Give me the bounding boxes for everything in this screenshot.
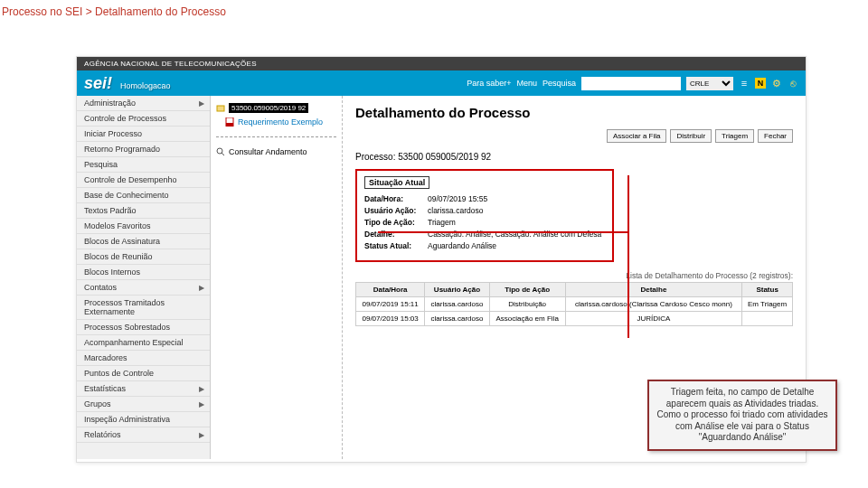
triagem-button[interactable]: Triagem xyxy=(715,129,754,143)
sidebar-label: Controle de Processos xyxy=(84,114,166,123)
sidebar-label: Iniciar Processo xyxy=(84,129,142,138)
menu-link[interactable]: Menu xyxy=(516,79,537,88)
sidebar-item-14[interactable]: Processos Sobrestados xyxy=(77,320,210,335)
processo-label: Processo: 53500 059005/2019 92 xyxy=(355,152,793,162)
sidebar-item-2[interactable]: Iniciar Processo xyxy=(77,127,210,142)
sidebar-item-4[interactable]: Pesquisa xyxy=(77,157,210,173)
proc-number-badge: 53500.059005/2019 92 xyxy=(229,103,308,113)
chevron-right-icon: ▶ xyxy=(199,284,204,292)
v-usuario: clarissa.cardoso xyxy=(428,206,605,215)
sidebar-item-7[interactable]: Textos Padrão xyxy=(77,203,210,219)
list-icon[interactable]: ≡ xyxy=(739,78,750,89)
tree-doc[interactable]: Requerimento Exemplo xyxy=(216,117,336,127)
tool-icon[interactable]: ⚙ xyxy=(771,78,782,89)
list-count-label: Lista de Detalhamento do Processo (2 reg… xyxy=(355,271,793,280)
th-usuario: Usuário Ação xyxy=(425,283,489,297)
sidebar-label: Grupos xyxy=(84,399,111,408)
sidebar-item-18[interactable]: Estatísticas▶ xyxy=(77,381,210,397)
sidebar-label: Administração xyxy=(84,99,136,108)
sidebar-label: Blocos Internos xyxy=(84,267,140,277)
sidebar-item-8[interactable]: Modelos Favoritos xyxy=(77,219,210,234)
consult-andamento[interactable]: Consultar Andamento xyxy=(216,147,336,156)
sidebar-item-16[interactable]: Marcadores xyxy=(77,351,210,366)
env-label: Homologacao xyxy=(120,81,171,90)
cell: clarissa.cardoso xyxy=(425,297,489,312)
sidebar-item-12[interactable]: Contatos▶ xyxy=(77,280,210,296)
sidebar-label: Acompanhamento Especial xyxy=(84,338,184,347)
tree-proc[interactable]: 53500.059005/2019 92 xyxy=(216,103,336,113)
svg-line-4 xyxy=(222,153,224,155)
action-bar: Associar a Fila Distribuir Triagem Fecha… xyxy=(355,129,793,143)
tree-divider xyxy=(216,136,336,137)
assoc-fila-button[interactable]: Associar a Fila xyxy=(607,129,666,143)
magnifier-icon xyxy=(216,147,225,156)
annotation-line-v xyxy=(627,175,629,338)
chevron-right-icon: ▶ xyxy=(199,400,204,408)
sidebar-item-9[interactable]: Blocos de Assinatura xyxy=(77,234,210,249)
sidebar-item-1[interactable]: Controle de Processos xyxy=(77,111,210,127)
consult-label: Consultar Andamento xyxy=(229,147,307,156)
sidebar-label: Textos Padrão xyxy=(84,206,137,215)
k-tipo: Tipo de Ação: xyxy=(364,218,428,227)
k-usuario: Usuário Ação: xyxy=(364,206,428,215)
sidebar-label: Blocos de Assinatura xyxy=(84,237,160,246)
pdf-icon xyxy=(225,117,234,127)
sidebar-item-13[interactable]: Processos Tramitados Externamente xyxy=(77,296,210,320)
v-datahora: 09/07/2019 15:55 xyxy=(428,194,605,203)
detalhamento-table: Data/Hora Usuário Ação Tipo de Ação Deta… xyxy=(355,282,793,326)
sidebar-item-20[interactable]: Inspeção Administrativa xyxy=(77,412,210,427)
chevron-right-icon: ▶ xyxy=(199,385,204,393)
svg-rect-0 xyxy=(217,106,224,111)
cell: 09/07/2019 15:03 xyxy=(356,312,425,326)
doc-label: Requerimento Exemplo xyxy=(238,117,323,127)
sidebar-label: Marcadores xyxy=(84,353,127,362)
sidebar: Administração▶Controle de ProcessosInici… xyxy=(77,96,211,459)
sidebar-label: Inspeção Administrativa xyxy=(84,415,170,424)
sidebar-item-3[interactable]: Retorno Programado xyxy=(77,142,210,157)
exit-icon[interactable]: ⎋ xyxy=(788,78,798,89)
pesquisa-label: Pesquisa xyxy=(542,79,576,88)
k-status: Status Atual: xyxy=(364,241,428,250)
sidebar-label: Processos Tramitados Externamente xyxy=(84,298,204,316)
note-icon[interactable]: N xyxy=(755,78,766,89)
sidebar-label: Contatos xyxy=(84,283,117,292)
search-input[interactable] xyxy=(581,77,681,90)
title-bar: sei! Homologacao Para saber+ Menu Pesqui… xyxy=(77,70,806,96)
cell: clarissa.cardoso xyxy=(425,312,489,326)
sidebar-label: Estatísticas xyxy=(84,384,126,393)
th-detalhe: Detalhe xyxy=(565,283,742,297)
sidebar-item-10[interactable]: Blocos de Reunião xyxy=(77,249,210,265)
cell: Distribuição xyxy=(489,297,565,312)
header-tools: Para saber+ Menu Pesquisa CRLE ≡ N ⚙ ⎋ xyxy=(467,77,798,90)
sidebar-item-17[interactable]: Puntos de Controle xyxy=(77,366,210,381)
para-saber-link[interactable]: Para saber+ xyxy=(467,79,511,88)
svg-rect-2 xyxy=(226,123,233,127)
sidebar-item-19[interactable]: Grupos▶ xyxy=(77,397,210,412)
sidebar-item-6[interactable]: Base de Conhecimento xyxy=(77,188,210,203)
th-status: Status xyxy=(742,283,793,297)
sidebar-label: Relatórios xyxy=(84,430,121,439)
cell: clarissa.cardoso (Clarissa Cardoso Cesco… xyxy=(565,297,742,312)
annotation-line-h xyxy=(378,231,627,233)
sidebar-menu: Administração▶Controle de ProcessosInici… xyxy=(77,96,210,443)
th-tipo: Tipo de Ação xyxy=(489,283,565,297)
sidebar-item-0[interactable]: Administração▶ xyxy=(77,96,210,111)
folder-icon xyxy=(216,104,225,113)
breadcrumb: Processo no SEI > Detalhamento do Proces… xyxy=(0,0,868,33)
table-body: 09/07/2019 15:11clarissa.cardosoDistribu… xyxy=(356,297,793,326)
table-row: 09/07/2019 15:11clarissa.cardosoDistribu… xyxy=(356,297,793,312)
sidebar-item-5[interactable]: Controle de Desempenho xyxy=(77,173,210,188)
unit-select[interactable]: CRLE xyxy=(686,77,733,90)
cell: JURÍDICA xyxy=(565,312,742,326)
cell: 09/07/2019 15:11 xyxy=(356,297,425,312)
table-row: 09/07/2019 15:03clarissa.cardosoAssociaç… xyxy=(356,312,793,326)
sidebar-item-15[interactable]: Acompanhamento Especial xyxy=(77,335,210,351)
distribuir-button[interactable]: Distribuir xyxy=(670,129,712,143)
sidebar-label: Puntos de Controle xyxy=(84,369,154,378)
sidebar-label: Processos Sobrestados xyxy=(84,323,170,332)
sidebar-item-11[interactable]: Blocos Internos xyxy=(77,265,210,280)
sidebar-item-21[interactable]: Relatórios▶ xyxy=(77,427,210,443)
fechar-button[interactable]: Fechar xyxy=(758,129,793,143)
agency-bar: AGÊNCIA NACIONAL DE TELECOMUNICAÇÕES xyxy=(77,57,806,70)
tree-panel: 53500.059005/2019 92 Requerimento Exempl… xyxy=(211,96,343,459)
